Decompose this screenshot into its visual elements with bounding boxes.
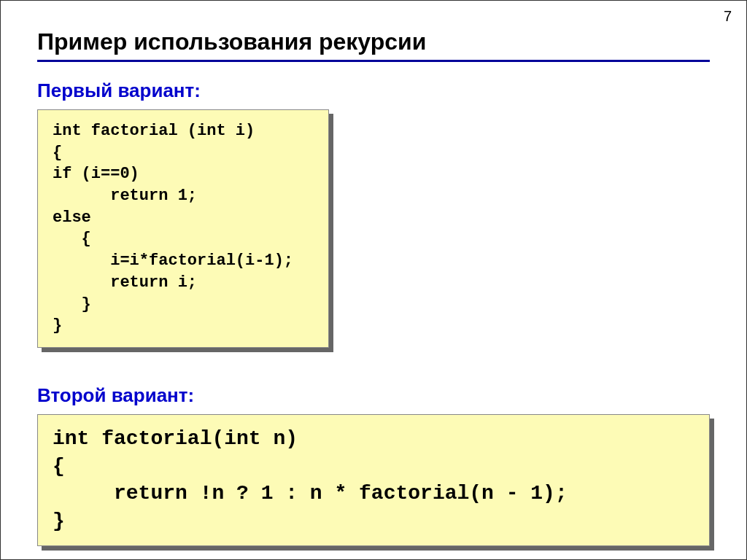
code-block-2-wrapper: int factorial(int n) { return !n ? 1 : n… <box>37 414 710 546</box>
code-block-1-wrapper: int factorial (int i) { if (i==0) return… <box>37 109 329 348</box>
page-number: 7 <box>724 8 732 25</box>
slide-content: Пример использования рекурсии Первый вар… <box>1 1 746 546</box>
code-block-2: int factorial(int n) { return !n ? 1 : n… <box>37 414 710 546</box>
slide-title: Пример использования рекурсии <box>37 28 710 55</box>
code-block-1: int factorial (int i) { if (i==0) return… <box>37 109 329 348</box>
section-2-heading: Второй вариант: <box>37 384 710 407</box>
section-1-heading: Первый вариант: <box>37 79 710 102</box>
title-underline <box>37 60 710 62</box>
